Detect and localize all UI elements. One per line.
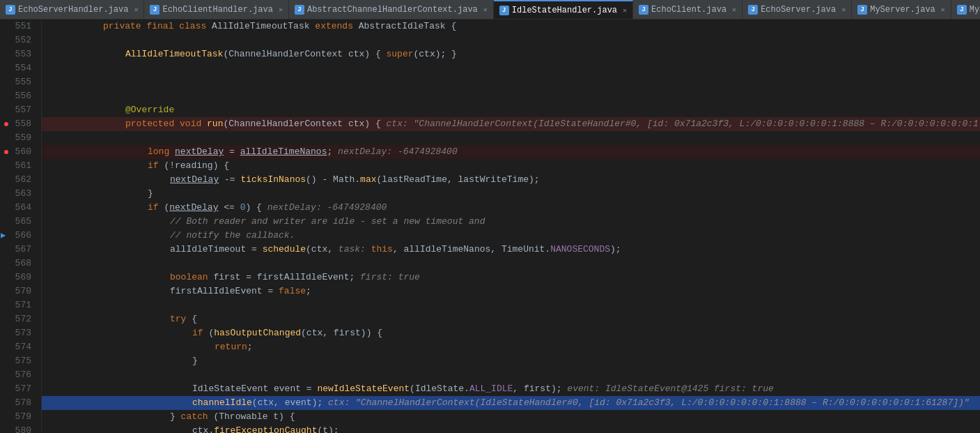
tab-label: EchoClientHandler.java: [162, 5, 272, 15]
code-line-552: [42, 33, 980, 47]
code-line-578: channelIdle(ctx, event); ctx: "ChannelHa…: [42, 396, 980, 410]
tab-close-icon[interactable]: ✕: [623, 6, 627, 15]
code-line-568: [42, 257, 980, 271]
line-num-554: 554: [0, 61, 36, 75]
line-numbers-gutter: 551 552 553 554 555 556 557 ● 5: [0, 20, 42, 433]
code-line-554: [42, 61, 980, 75]
line-num-553: 553: [0, 47, 36, 61]
line-num-568: 568: [0, 257, 36, 271]
tab-label: EchoClient.java: [651, 5, 726, 15]
line-num-560: ● 560: [0, 145, 36, 159]
code-line-553: AllIdleTimeoutTask(ChannelHandlerContext…: [42, 47, 980, 61]
code-line-579: } catch (Throwable t) {: [42, 410, 980, 424]
breakpoint-icon[interactable]: ●: [3, 145, 9, 159]
tab-close-icon[interactable]: ✕: [941, 6, 945, 14]
line-num-578: 578: [0, 396, 36, 410]
line-num-571: 571: [0, 298, 36, 312]
line-num-574: 574: [0, 340, 36, 354]
code-line-569: boolean first = firstAllIdleEvent; first…: [42, 271, 980, 284]
code-line-556: [42, 89, 980, 103]
line-num-570: 570: [0, 284, 36, 298]
code-line-560: long nextDelay = allIdleTimeNanos; nextD…: [42, 145, 980, 159]
line-num-556: 556: [0, 89, 36, 103]
code-line-574: return;: [42, 340, 980, 354]
line-num-577: 577: [0, 382, 36, 396]
line-num-569: 569: [0, 271, 36, 284]
code-line-562: nextDelay -= ticksInNanos() - Math.max(l…: [42, 173, 980, 187]
tab-label: IdleStateHandler.java: [512, 6, 617, 15]
line-num-555: 555: [0, 75, 36, 89]
line-num-575: 575: [0, 354, 36, 368]
code-line-580: ctx.fireExceptionCaught(t);: [42, 424, 980, 433]
tab-abstractchannelhandlercontext[interactable]: J AbstractChannelHandlerContext.java ✕: [289, 0, 494, 20]
tab-close-icon[interactable]: ✕: [483, 6, 488, 14]
code-line-571: [42, 298, 980, 312]
code-line-561: if (!reading) {: [42, 159, 980, 173]
line-num-562: 562: [0, 173, 36, 187]
java-file-icon: J: [639, 5, 648, 15]
code-line-575: }: [42, 354, 980, 368]
java-file-icon: J: [499, 6, 509, 15]
tab-echoclienthandler[interactable]: J EchoClientHandler.java ✕: [144, 0, 288, 20]
java-file-icon: J: [957, 5, 967, 15]
java-file-icon: J: [150, 5, 160, 15]
code-line-564: if (nextDelay <= 0) { nextDelay: -647492…: [42, 201, 980, 215]
line-num-565: 565: [0, 215, 36, 229]
tab-close-icon[interactable]: ✕: [134, 6, 138, 14]
code-line-565: // Both reader and writer are idle - set…: [42, 215, 980, 229]
line-num-551: 551: [0, 20, 36, 33]
line-num-559: 559: [0, 131, 36, 145]
line-num-561: 561: [0, 159, 36, 173]
code-line-572: try {: [42, 312, 980, 326]
tab-echoserverhandler[interactable]: J EchoServerHandler.java ✕: [0, 0, 144, 20]
code-line-557: @Override: [42, 103, 980, 117]
code-line-551: private final class AllIdleTimeoutTask e…: [42, 20, 980, 33]
code-line-573: if (hasOutputChanged(ctx, first)) {: [42, 326, 980, 340]
java-file-icon: J: [6, 5, 15, 15]
line-num-579: 579: [0, 410, 36, 424]
code-line-570: firstAllIdleEvent = false;: [42, 284, 980, 298]
tab-label: EchoServer.java: [761, 5, 836, 15]
code-line-555: [42, 75, 980, 89]
java-file-icon: J: [295, 5, 304, 15]
line-num-564: 564: [0, 201, 36, 215]
tab-label: MyServer.java: [870, 5, 935, 15]
breakpoint-icon[interactable]: ●: [3, 117, 9, 131]
line-num-567: 567: [0, 243, 36, 257]
java-file-icon: J: [748, 5, 758, 15]
line-num-580: 580: [0, 424, 36, 433]
line-num-552: 552: [0, 33, 36, 47]
tabs-bar: J EchoServerHandler.java ✕ J EchoClientH…: [0, 0, 980, 20]
tab-label: EchoServerHandler.java: [18, 5, 128, 15]
line-num-566: ▶ 566: [0, 229, 36, 243]
java-file-icon: J: [857, 5, 867, 15]
code-line-577: IdleStateEvent event = newIdleStateEvent…: [42, 382, 980, 396]
tab-echoclient[interactable]: J EchoClient.java ✕: [633, 0, 742, 20]
code-line-558: protected void run(ChannelHandlerContext…: [42, 117, 980, 131]
line-num-573: 573: [0, 326, 36, 340]
line-num-557: 557: [0, 103, 36, 117]
tab-close-icon[interactable]: ✕: [279, 6, 283, 14]
code-line-566: // notify the callback.: [42, 229, 980, 243]
execution-arrow-icon: ▶: [1, 229, 6, 243]
code-line-576: [42, 368, 980, 382]
tab-label: MyServerHandler.java: [970, 5, 980, 15]
code-editor[interactable]: private final class AllIdleTimeoutTask e…: [42, 20, 980, 433]
line-num-558: ● 558: [0, 117, 36, 131]
tab-close-icon[interactable]: ✕: [841, 6, 846, 14]
code-line-567: allIdleTimeout = schedule(ctx, task: thi…: [42, 243, 980, 257]
tab-idlestatehandler[interactable]: J IdleStateHandler.java ✕: [494, 0, 633, 20]
tab-myserver[interactable]: J MyServer.java ✕: [852, 0, 951, 20]
line-num-572: 572: [0, 312, 36, 326]
tab-myserverhandler[interactable]: J MyServerHandler.java ✕: [951, 0, 980, 20]
editor-container: 551 552 553 554 555 556 557 ● 5: [0, 20, 980, 433]
tab-label: AbstractChannelHandlerContext.java: [307, 5, 478, 15]
line-num-576: 576: [0, 368, 36, 382]
tab-close-icon[interactable]: ✕: [732, 6, 736, 14]
line-num-563: 563: [0, 187, 36, 201]
tab-echoserver[interactable]: J EchoServer.java ✕: [742, 0, 852, 20]
code-line-563: }: [42, 187, 980, 201]
code-line-559: [42, 131, 980, 145]
